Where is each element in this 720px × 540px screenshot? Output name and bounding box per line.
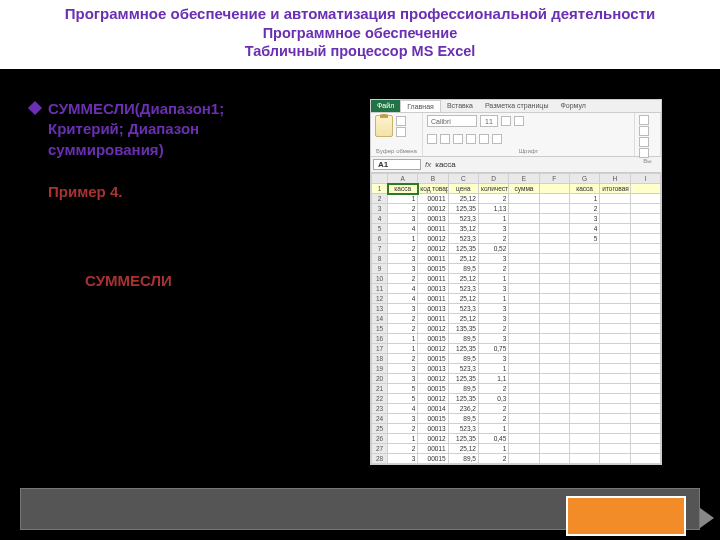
- cell[interactable]: 2: [388, 204, 418, 214]
- cell[interactable]: 523,3: [448, 304, 478, 314]
- cell[interactable]: [630, 344, 660, 354]
- cell[interactable]: [569, 314, 599, 324]
- cell[interactable]: [630, 454, 660, 464]
- cell[interactable]: 3: [569, 214, 599, 224]
- cell[interactable]: [509, 364, 539, 374]
- col-header-A[interactable]: A: [388, 174, 418, 184]
- header-cell[interactable]: [539, 184, 569, 194]
- cell[interactable]: 0,3: [478, 394, 508, 404]
- cell[interactable]: 2: [478, 414, 508, 424]
- cell[interactable]: 00012: [418, 344, 448, 354]
- cell[interactable]: 125,35: [448, 434, 478, 444]
- cell[interactable]: [569, 254, 599, 264]
- cell[interactable]: 2: [388, 244, 418, 254]
- cell[interactable]: 25,12: [448, 444, 478, 454]
- cell[interactable]: 2: [388, 314, 418, 324]
- tab-formulas[interactable]: Формул: [554, 100, 591, 112]
- cell[interactable]: 3: [478, 254, 508, 264]
- cell[interactable]: [630, 404, 660, 414]
- cell[interactable]: 135,35: [448, 324, 478, 334]
- cell[interactable]: 00012: [418, 374, 448, 384]
- cell[interactable]: 3: [478, 304, 508, 314]
- align-icon[interactable]: [639, 115, 649, 125]
- cell[interactable]: 2: [388, 274, 418, 284]
- copy-icon[interactable]: [396, 127, 406, 137]
- cell[interactable]: 3: [478, 314, 508, 324]
- cell[interactable]: [600, 214, 630, 224]
- row-header[interactable]: 22: [372, 394, 388, 404]
- cell[interactable]: 00015: [418, 334, 448, 344]
- cell[interactable]: [539, 294, 569, 304]
- row-header[interactable]: 10: [372, 274, 388, 284]
- row-header[interactable]: 5: [372, 224, 388, 234]
- row-header[interactable]: 25: [372, 424, 388, 434]
- cell[interactable]: 3: [388, 304, 418, 314]
- cell[interactable]: 3: [478, 284, 508, 294]
- cell[interactable]: [569, 404, 599, 414]
- cell[interactable]: 89,5: [448, 264, 478, 274]
- cell[interactable]: 1: [478, 364, 508, 374]
- cell[interactable]: 3: [388, 264, 418, 274]
- header-cell[interactable]: касса: [569, 184, 599, 194]
- col-header-H[interactable]: H: [600, 174, 630, 184]
- bold-icon[interactable]: [427, 134, 437, 144]
- cell[interactable]: [569, 384, 599, 394]
- cell[interactable]: [569, 274, 599, 284]
- cell[interactable]: 89,5: [448, 384, 478, 394]
- cell[interactable]: [630, 274, 660, 284]
- cell[interactable]: [600, 304, 630, 314]
- cell[interactable]: [569, 334, 599, 344]
- col-header-I[interactable]: I: [630, 174, 660, 184]
- cell[interactable]: [630, 314, 660, 324]
- cell[interactable]: [569, 284, 599, 294]
- cell[interactable]: [600, 204, 630, 214]
- cell[interactable]: 00011: [418, 224, 448, 234]
- cell[interactable]: 3: [388, 454, 418, 464]
- cell[interactable]: 2: [478, 384, 508, 394]
- cell[interactable]: [509, 294, 539, 304]
- cell[interactable]: [509, 264, 539, 274]
- tab-home[interactable]: Главная: [400, 100, 441, 112]
- cell[interactable]: [509, 444, 539, 454]
- cell[interactable]: 00012: [418, 204, 448, 214]
- increase-font-icon[interactable]: [501, 116, 511, 126]
- cell[interactable]: 5: [388, 384, 418, 394]
- cell[interactable]: [600, 424, 630, 434]
- cell[interactable]: 00015: [418, 264, 448, 274]
- border-icon[interactable]: [466, 134, 476, 144]
- cell[interactable]: 25,12: [448, 294, 478, 304]
- header-cell[interactable]: итоговая сумма: [600, 184, 630, 194]
- cell[interactable]: [630, 224, 660, 234]
- cell[interactable]: [600, 414, 630, 424]
- cell[interactable]: [509, 334, 539, 344]
- cell[interactable]: 00013: [418, 364, 448, 374]
- cell[interactable]: [509, 244, 539, 254]
- cell[interactable]: [630, 414, 660, 424]
- cell[interactable]: 523,3: [448, 214, 478, 224]
- cell[interactable]: [539, 414, 569, 424]
- cell[interactable]: 3: [388, 214, 418, 224]
- cell[interactable]: [509, 304, 539, 314]
- cell[interactable]: [539, 214, 569, 224]
- cell[interactable]: 00013: [418, 424, 448, 434]
- row-header[interactable]: 19: [372, 364, 388, 374]
- cell[interactable]: [569, 424, 599, 434]
- cell[interactable]: [509, 394, 539, 404]
- cell[interactable]: [539, 284, 569, 294]
- cell[interactable]: 2: [388, 444, 418, 454]
- cell[interactable]: 2: [388, 424, 418, 434]
- header-cell[interactable]: количество: [478, 184, 508, 194]
- cell[interactable]: [539, 314, 569, 324]
- cell[interactable]: 523,3: [448, 234, 478, 244]
- cell[interactable]: 25,12: [448, 274, 478, 284]
- cell[interactable]: [569, 354, 599, 364]
- cell[interactable]: 3: [388, 414, 418, 424]
- cell[interactable]: 125,35: [448, 244, 478, 254]
- tab-file[interactable]: Файл: [371, 100, 400, 112]
- cell[interactable]: [600, 294, 630, 304]
- cell[interactable]: 523,3: [448, 364, 478, 374]
- row-header[interactable]: 1: [372, 184, 388, 194]
- cell[interactable]: [630, 334, 660, 344]
- cell[interactable]: 1: [478, 214, 508, 224]
- cell[interactable]: 25,12: [448, 254, 478, 264]
